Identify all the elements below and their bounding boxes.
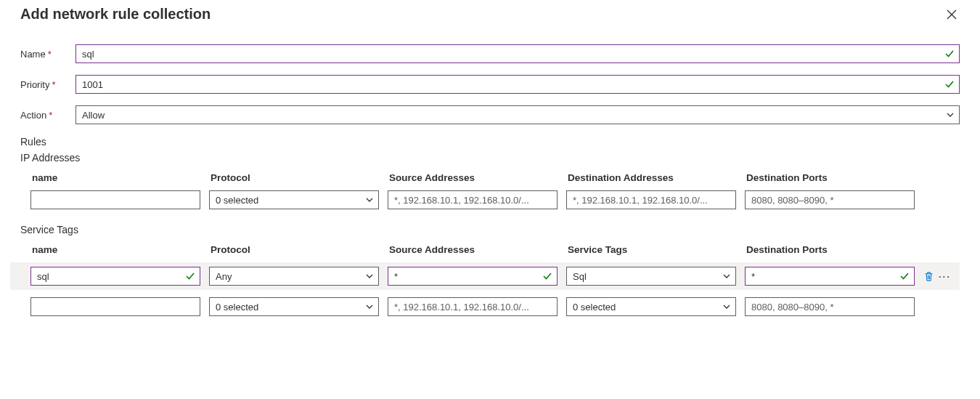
ip-dest-ports-input[interactable]: 8080, 8080–8090, * (745, 190, 915, 209)
ip-protocol-select[interactable]: 0 selected (209, 190, 379, 209)
tag-columns-header: name Protocol Source Addresses Service T… (20, 244, 960, 255)
close-button[interactable] (944, 7, 960, 23)
chevron-down-icon (365, 302, 374, 311)
tag-source-input[interactable]: *, 192.168.10.1, 192.168.10.0/... (388, 297, 558, 316)
action-label: Action* (20, 110, 75, 121)
check-icon (944, 49, 955, 59)
tag-dest-ports-input[interactable]: 8080, 8080–8090, * (745, 297, 915, 316)
close-icon (947, 9, 957, 20)
tag-servicetag-select[interactable]: 0 selected (566, 297, 736, 316)
tag-row: 0 selected *, 192.168.10.1, 192.168.10.0… (20, 297, 960, 316)
tag-source-input[interactable]: * (388, 267, 558, 286)
service-tags-title: Service Tags (20, 224, 960, 235)
ip-addresses-title: IP Addresses (20, 152, 960, 164)
tag-servicetag-select[interactable]: Sql (566, 267, 736, 286)
name-input[interactable]: sql (75, 44, 960, 63)
chevron-down-icon (365, 196, 374, 204)
action-select[interactable]: Allow (75, 105, 960, 124)
ip-source-input[interactable]: *, 192.168.10.1, 192.168.10.0/... (388, 190, 558, 209)
ip-dest-addr-input[interactable]: *, 192.168.10.1, 192.168.10.0/... (566, 190, 736, 209)
panel-title: Add network rule collection (20, 6, 211, 23)
tag-protocol-select[interactable]: 0 selected (209, 297, 379, 316)
check-icon (542, 271, 552, 281)
ip-row: 0 selected *, 192.168.10.1, 192.168.10.0… (20, 190, 960, 209)
rules-label: Rules (20, 136, 960, 148)
priority-label: Priority* (20, 79, 75, 90)
tag-row: sql Any * Sql (20, 267, 960, 286)
delete-row-button[interactable] (923, 271, 934, 282)
tag-protocol-select[interactable]: Any (209, 267, 379, 286)
tag-name-input[interactable]: sql (30, 267, 200, 286)
name-label: Name* (20, 49, 75, 60)
chevron-down-icon (365, 272, 374, 281)
check-icon (944, 79, 955, 89)
chevron-down-icon (722, 302, 731, 311)
ip-columns-header: name Protocol Source Addresses Destinati… (20, 172, 960, 183)
ip-name-input[interactable] (30, 190, 200, 209)
tag-name-input[interactable] (30, 297, 200, 316)
chevron-down-icon (946, 110, 955, 119)
tag-dest-ports-input[interactable]: * (745, 267, 915, 286)
check-icon (185, 271, 195, 281)
trash-icon (923, 271, 934, 282)
chevron-down-icon (722, 272, 731, 281)
check-icon (899, 271, 910, 281)
row-more-button[interactable]: ··· (939, 271, 951, 282)
priority-input[interactable]: 1001 (75, 75, 960, 94)
